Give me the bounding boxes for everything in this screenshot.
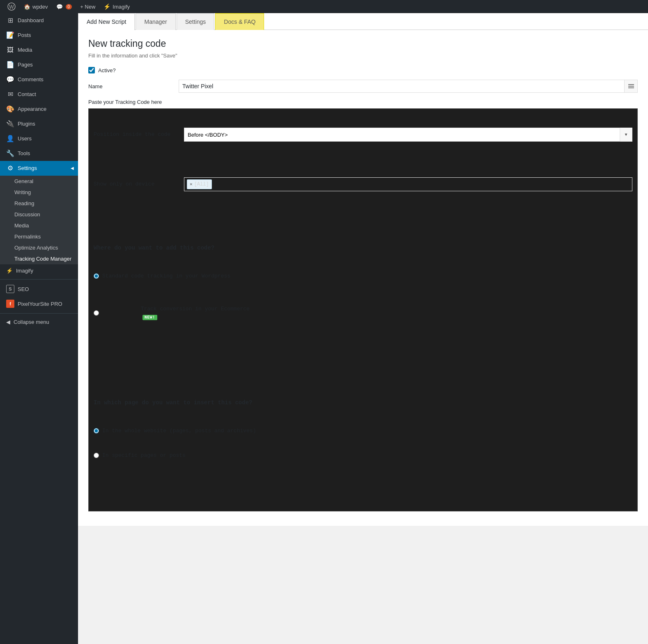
where-ecommerce-radio[interactable]: [94, 310, 99, 316]
sidebar-item-writing[interactable]: Writing: [0, 187, 78, 198]
where-standard-label: Standard code tracking in your Wordpress: [102, 272, 230, 280]
position-select-wrapper: Before </BODY> After <HEAD> After <BODY>…: [184, 128, 632, 142]
sidebar-item-reading[interactable]: Reading: [0, 198, 78, 209]
sidebar-item-label: Users: [18, 135, 32, 142]
which-page-section: In which page do you want to insert this…: [94, 384, 632, 477]
sidebar-item-tracking-code-manager[interactable]: Tracking Code Manager: [0, 253, 78, 264]
imagify-icon: ⚡: [103, 3, 110, 10]
sidebar-item-label: Media: [18, 46, 32, 54]
contact-icon: ✉: [6, 90, 14, 99]
comment-icon: 💬: [56, 4, 63, 10]
posts-icon: 📝: [6, 31, 14, 39]
svg-rect-4: [628, 87, 634, 88]
device-tag-remove[interactable]: ✕: [190, 181, 193, 188]
sidebar-item-label: Plugins: [18, 120, 35, 128]
settings-arrow: ◀: [71, 165, 74, 171]
main-content: Add New Script Manager Settings Docs & F…: [78, 13, 648, 644]
where-heading: Where do you want to add this code?: [94, 244, 632, 252]
sidebar-item-plugins[interactable]: 🔌 Plugins: [0, 117, 78, 131]
tab-docs-faq[interactable]: Docs & FAQ: [215, 13, 264, 30]
sidebar-item-tools[interactable]: 🔧 Tools: [0, 146, 78, 161]
sidebar-item-optimize-analytics[interactable]: Optimize Analytics: [0, 242, 78, 253]
sidebar-item-users[interactable]: 👤 Users: [0, 131, 78, 146]
sidebar-item-label: Settings: [18, 165, 37, 172]
sidebar-item-appearance[interactable]: 🎨 Appearance: [0, 102, 78, 117]
sidebar-imagify-label: Imagify: [16, 268, 33, 274]
tools-icon: 🔧: [6, 149, 14, 158]
where-ecommerce-label: Track conversion in your Ecommerce NEW!: [102, 297, 250, 329]
device-row: Show only on device ✕ [All]: [94, 177, 632, 191]
imagify-label: Imagify: [113, 4, 130, 10]
sidebar-item-label: Dashboard: [18, 17, 44, 24]
sidebar-item-label: Pages: [18, 61, 33, 69]
specific-pages-option: In specific pages or posts: [94, 451, 632, 460]
site-name: wpdev: [32, 4, 48, 10]
comments-button[interactable]: 💬 0: [52, 0, 76, 13]
position-label: Position inside the code: [94, 131, 184, 139]
media-icon: 🖼: [6, 46, 14, 54]
settings-submenu: General Writing Reading Discussion Media…: [0, 176, 78, 264]
sidebar-item-seo[interactable]: S SEO: [0, 282, 78, 296]
sidebar-item-settings[interactable]: ⚙ Settings ◀: [0, 161, 78, 176]
svg-rect-3: [628, 86, 634, 87]
collapse-menu-button[interactable]: ◀ Collapse menu: [0, 316, 78, 328]
device-tag-label: [All]: [194, 181, 209, 188]
sidebar-item-pages[interactable]: 📄 Pages: [0, 57, 78, 72]
sidebar-item-media-settings[interactable]: Media: [0, 220, 78, 231]
wp-logo-button[interactable]: W: [3, 0, 20, 13]
tab-settings[interactable]: Settings: [177, 13, 215, 30]
tab-add-new-script[interactable]: Add New Script: [78, 13, 135, 30]
sidebar-item-permalinks[interactable]: Permalinks: [0, 231, 78, 242]
position-select-arrow[interactable]: ▼: [620, 128, 632, 142]
sidebar-item-media[interactable]: 🖼 Media: [0, 43, 78, 57]
sidebar-item-label: Posts: [18, 32, 31, 39]
sidebar-item-general[interactable]: General: [0, 176, 78, 187]
sidebar-item-contact[interactable]: ✉ Contact: [0, 87, 78, 102]
position-row: Position inside the code Before </BODY> …: [94, 128, 632, 142]
code-label: Paste your Tracking Code here: [88, 99, 638, 105]
sidebar-item-imagify[interactable]: ⚡ Imagify: [0, 264, 78, 277]
name-row: Name: [88, 80, 638, 93]
sidebar-item-pixelyoursite[interactable]: f PixelYourSite PRO: [0, 296, 78, 311]
settings-icon: ⚙: [6, 164, 14, 172]
dashboard-icon: ⊞: [6, 16, 14, 25]
imagify-button[interactable]: ⚡ Imagify: [99, 0, 134, 13]
code-editor[interactable]: Position inside the code Before </BODY> …: [88, 108, 638, 511]
sidebar-item-posts[interactable]: 📝 Posts: [0, 28, 78, 43]
where-section: Where do you want to add this code? Stan…: [94, 229, 632, 346]
sidebar-item-label: Tools: [18, 150, 30, 157]
whole-website-option: In the whole website (pages, posts and a…: [94, 427, 632, 435]
page-subtitle: Fill in the information and click "Save": [88, 53, 638, 59]
sidebar-menu: ⊞ Dashboard 📝 Posts 🖼 Media 📄 P: [0, 13, 78, 264]
sidebar-item-label: Comments: [18, 76, 44, 83]
device-tags: ✕ [All]: [184, 177, 632, 191]
active-checkbox[interactable]: [88, 67, 95, 73]
new-content-button[interactable]: + New: [76, 0, 99, 13]
device-tag-all: ✕ [All]: [187, 179, 212, 189]
sidebar-item-comments[interactable]: 💬 Comments: [0, 72, 78, 87]
page-title: New tracking code: [88, 38, 638, 49]
sidebar-item-dashboard[interactable]: ⊞ Dashboard: [0, 13, 78, 28]
sidebar-item-discussion[interactable]: Discussion: [0, 209, 78, 220]
whole-website-radio[interactable]: [94, 428, 99, 433]
which-page-heading: In which page do you want to insert this…: [94, 399, 632, 407]
pixel-label: PixelYourSite PRO: [18, 301, 62, 307]
position-select[interactable]: Before </BODY> After <HEAD> After <BODY>: [184, 132, 620, 138]
pages-icon: 📄: [6, 61, 14, 69]
svg-rect-2: [628, 84, 634, 85]
where-standard-radio[interactable]: [94, 273, 99, 279]
whole-website-label: In the whole website (pages, posts and a…: [102, 427, 256, 435]
name-input[interactable]: [179, 80, 625, 93]
page-body: New tracking code Fill in the informatio…: [78, 30, 648, 526]
admin-bar: W 🏠 wpdev 💬 0 + New ⚡ Imagify: [0, 0, 648, 13]
active-checkbox-row: Active?: [88, 67, 638, 73]
seo-label: SEO: [18, 286, 29, 292]
name-input-icon[interactable]: [625, 80, 638, 93]
specific-pages-label: In specific pages or posts: [102, 451, 186, 460]
tab-manager[interactable]: Manager: [136, 13, 175, 30]
seo-icon: S: [6, 285, 14, 293]
name-input-wrapper: [179, 80, 638, 93]
specific-pages-radio[interactable]: [94, 453, 99, 458]
site-name-button[interactable]: 🏠 wpdev: [20, 0, 52, 13]
list-icon: [628, 83, 634, 89]
